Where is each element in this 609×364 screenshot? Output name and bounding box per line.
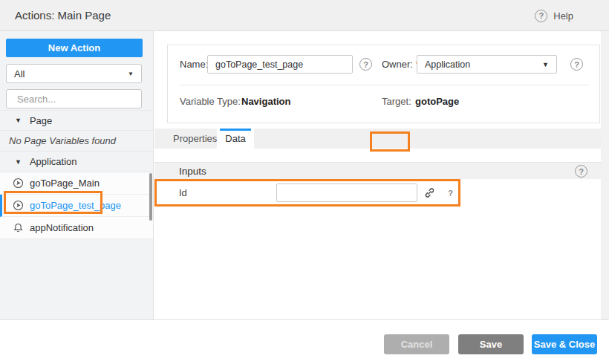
tab-data[interactable]: Data bbox=[217, 129, 254, 149]
action-detail-panel: Name: * ? Owner: * Application ▼ ? Varia… bbox=[154, 31, 609, 319]
action-properties-card: Name: * ? Owner: * Application ▼ ? Varia… bbox=[167, 45, 600, 123]
main-scrollbar-track[interactable] bbox=[601, 31, 609, 319]
tab-properties[interactable]: Properties bbox=[173, 129, 217, 149]
sidebar-item-appnotification[interactable]: appNotification bbox=[0, 217, 153, 239]
page-title: Actions: Main Page bbox=[15, 0, 111, 31]
inputs-help-icon[interactable]: ? bbox=[575, 165, 587, 178]
target-label: Target: bbox=[382, 92, 411, 111]
chevron-down-icon: ▼ bbox=[128, 71, 134, 77]
variables-sidebar: New Action All ▼ ▼ Page No Page Variable… bbox=[0, 31, 154, 319]
help-button[interactable]: ? Help bbox=[535, 0, 573, 31]
name-input[interactable] bbox=[207, 55, 353, 74]
tree-group-label: Application bbox=[30, 156, 77, 167]
sidebar-scrollbar-thumb[interactable] bbox=[149, 173, 152, 221]
navigation-icon bbox=[13, 200, 24, 211]
sidebar-item-gotopage-test-page[interactable]: goToPage_test_page bbox=[0, 195, 153, 217]
cancel-button[interactable]: Cancel bbox=[384, 334, 449, 354]
sidebar-item-gotopage-main[interactable]: goToPage_Main bbox=[0, 172, 153, 195]
type-target-row: Variable Type: Navigation Target: gotoPa… bbox=[168, 92, 599, 111]
navigation-icon bbox=[13, 178, 24, 189]
sidebar-item-label: appNotification bbox=[30, 222, 94, 233]
footer-bar: Cancel Save Save & Close bbox=[0, 319, 609, 364]
owner-dropdown-value: Application bbox=[425, 59, 470, 70]
new-action-button[interactable]: New Action bbox=[6, 39, 143, 57]
id-field-label: Id bbox=[179, 179, 187, 207]
tree-group-label: Page bbox=[30, 115, 52, 126]
owner-label: Owner: * bbox=[382, 55, 420, 74]
target-value: gotoPage bbox=[415, 92, 459, 111]
owner-dropdown[interactable]: Application ▼ bbox=[417, 55, 557, 74]
help-icon: ? bbox=[535, 10, 547, 22]
filter-dropdown-value: All bbox=[14, 68, 25, 79]
name-help-icon[interactable]: ? bbox=[359, 58, 372, 71]
page-header: Actions: Main Page ? Help bbox=[0, 0, 609, 31]
help-label: Help bbox=[553, 10, 573, 22]
variable-type-value: Navigation bbox=[241, 92, 290, 111]
input-row-id: Id ? bbox=[154, 179, 601, 207]
inputs-section-header: Inputs ? bbox=[154, 162, 601, 179]
id-help-icon[interactable]: ? bbox=[444, 186, 457, 199]
inputs-section-title: Inputs bbox=[179, 163, 206, 180]
chevron-down-icon: ▼ bbox=[542, 61, 549, 68]
sidebar-item-label: goToPage_Main bbox=[30, 178, 100, 189]
filter-dropdown[interactable]: All ▼ bbox=[6, 64, 142, 83]
link-icon bbox=[423, 186, 436, 199]
collapse-triangle-icon: ▼ bbox=[15, 117, 22, 124]
tree-group-application[interactable]: ▼ Application bbox=[0, 152, 153, 172]
save-button[interactable]: Save bbox=[458, 334, 524, 354]
tree-group-page[interactable]: ▼ Page bbox=[0, 110, 153, 131]
sidebar-item-label: goToPage_test_page bbox=[30, 200, 121, 211]
variable-type-label: Variable Type: bbox=[180, 92, 241, 111]
collapse-triangle-icon: ▼ bbox=[15, 158, 22, 166]
search-box bbox=[6, 89, 142, 108]
save-and-close-button[interactable]: Save & Close bbox=[532, 334, 597, 354]
empty-page-variables-message: No Page Variables found bbox=[0, 131, 153, 152]
notification-icon bbox=[13, 222, 24, 233]
name-owner-row: Name: * ? Owner: * Application ▼ ? bbox=[168, 55, 599, 74]
id-input[interactable] bbox=[276, 183, 417, 202]
variables-tree: ▼ Page No Page Variables found ▼ Applica… bbox=[0, 110, 153, 239]
owner-help-icon[interactable]: ? bbox=[570, 58, 583, 71]
card-divider bbox=[180, 85, 589, 85]
detail-tabbar: Properties Data bbox=[154, 129, 601, 149]
search-input[interactable] bbox=[17, 94, 148, 105]
bind-field-button[interactable] bbox=[423, 186, 436, 199]
